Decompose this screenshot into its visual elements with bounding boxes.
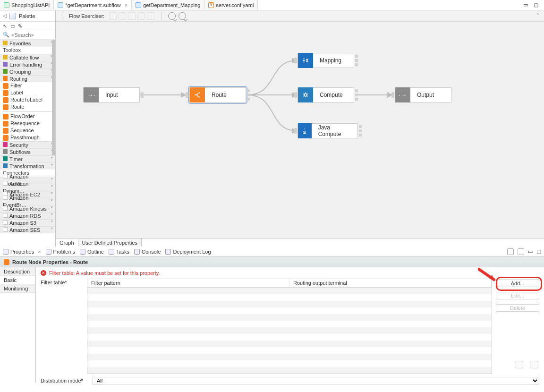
collapse-icon[interactable]: ˄ xyxy=(536,13,539,19)
view-deployment-log[interactable]: Deployment Log xyxy=(165,249,211,255)
tab-graph[interactable]: Graph xyxy=(56,239,78,247)
palette-cat-transformation[interactable]: Transformation˅ xyxy=(0,162,55,170)
stop-icon[interactable] xyxy=(147,12,154,20)
output-ports[interactable] xyxy=(355,89,358,101)
marquee-icon[interactable]: ▭ xyxy=(10,23,16,29)
node-input[interactable]: →· Input xyxy=(83,87,140,102)
table-row[interactable] xyxy=(87,301,492,307)
palette-header: ◁ Palette xyxy=(0,10,55,22)
add-button[interactable]: Add... xyxy=(496,280,539,287)
node-route[interactable]: Route xyxy=(189,87,246,102)
table-row[interactable] xyxy=(87,334,492,341)
zoom-in-icon[interactable] xyxy=(168,12,176,20)
minimize-icon[interactable]: ▭ xyxy=(528,248,533,255)
zoom-out-icon[interactable] xyxy=(178,12,186,20)
table-row[interactable] xyxy=(87,294,492,301)
view-properties[interactable]: Properties× xyxy=(3,249,41,255)
close-icon[interactable]: × xyxy=(38,249,41,255)
output-ports[interactable] xyxy=(355,55,358,66)
connector-amazon-ses[interactable]: Amazon SES˅ xyxy=(0,226,55,233)
table-row[interactable] xyxy=(87,354,492,360)
connector-amazon-dynamo[interactable]: Amazon Dynam…˅ xyxy=(0,184,55,191)
palette-cat-routing[interactable]: Routing˄ xyxy=(0,75,55,82)
palette-cat-timer[interactable]: Timer˅ xyxy=(0,155,55,162)
cat-label: Transformation xyxy=(9,163,44,169)
prop-tab-monitoring[interactable]: Monitoring xyxy=(0,284,35,293)
table-row[interactable] xyxy=(87,307,492,314)
tab-getdepartment-mapping[interactable]: getDepartment_Mapping xyxy=(132,0,204,10)
maximize-icon[interactable]: ▢ xyxy=(536,248,541,255)
note-icon[interactable]: ✎ xyxy=(18,23,24,29)
distribution-select[interactable]: All xyxy=(93,377,539,384)
tab-server-conf-yaml[interactable]: server.conf.yaml xyxy=(204,0,258,10)
palette-item-route[interactable]: Route xyxy=(0,103,55,111)
menu-icon[interactable] xyxy=(518,248,524,255)
palette-cat-subflows[interactable]: Subflows˅ xyxy=(0,148,55,155)
step-icon[interactable] xyxy=(128,12,136,20)
move-up-icon[interactable] xyxy=(515,361,523,368)
palette-item-passthrough[interactable]: Passthrough xyxy=(0,134,55,141)
minimize-icon[interactable]: ▭ xyxy=(523,2,530,9)
flow-canvas[interactable]: →· Input Route Mapping xyxy=(56,22,544,238)
view-outline[interactable]: Outline xyxy=(80,249,104,255)
node-output[interactable]: ·→ Output xyxy=(395,87,451,102)
palette-cat-callable-flow[interactable]: Callable flow˅ xyxy=(0,54,55,61)
connector-amazon-rds[interactable]: Amazon RDS˅ xyxy=(0,212,55,219)
output-ports[interactable] xyxy=(247,89,250,101)
pin-icon[interactable] xyxy=(507,248,514,255)
input-port[interactable] xyxy=(294,58,297,63)
palette-cat-security[interactable]: Security˅ xyxy=(0,141,55,148)
prop-tab-basic[interactable]: Basic xyxy=(0,276,35,284)
palette-scrollbar[interactable] xyxy=(52,40,55,155)
palette-item-routetolabel[interactable]: RouteToLabel xyxy=(0,96,55,103)
item-label: Label xyxy=(10,89,23,96)
output-port[interactable] xyxy=(141,92,144,98)
palette-cat-favorites[interactable]: Favorites ˅ xyxy=(0,40,55,47)
back-icon[interactable]: ◁ xyxy=(3,13,7,19)
view-console[interactable]: Console xyxy=(134,249,161,255)
node-mapping[interactable]: Mapping xyxy=(298,53,354,68)
palette-item-sequence[interactable]: Sequence xyxy=(0,127,55,134)
palette-item-resequence[interactable]: Resequence xyxy=(0,120,55,127)
palette-item-label[interactable]: Label xyxy=(0,89,55,96)
close-icon[interactable]: × xyxy=(125,2,128,8)
output-ports[interactable] xyxy=(359,125,362,136)
node-java-compute[interactable]: Java Compute xyxy=(298,123,358,138)
connector-amazon-eventbridge[interactable]: Amazon EventBr…˅ xyxy=(0,198,55,205)
table-row[interactable] xyxy=(87,347,492,354)
palette-item-filter[interactable]: Filter xyxy=(0,82,55,89)
tab-shoppinglistapi[interactable]: ShoppingListAPI xyxy=(0,0,54,10)
record-icon[interactable] xyxy=(109,12,117,20)
table-row[interactable] xyxy=(87,341,492,347)
grip-icon[interactable]: ⋮ xyxy=(60,10,64,21)
palette-cat-grouping[interactable]: Grouping˅ xyxy=(0,68,55,75)
connector-amazon-s3[interactable]: Amazon S3˅ xyxy=(0,219,55,226)
pointer-icon[interactable]: ↖ xyxy=(3,23,8,29)
filter-table[interactable]: Filter pattern Routing output terminal xyxy=(87,279,492,374)
input-port[interactable] xyxy=(391,92,394,98)
view-problems[interactable]: Problems xyxy=(46,249,75,255)
table-row[interactable] xyxy=(87,360,492,367)
input-port[interactable] xyxy=(294,128,297,134)
palette-cat-error-handling[interactable]: Error handling˅ xyxy=(0,61,55,68)
view-tasks[interactable]: Tasks xyxy=(109,249,129,255)
table-row[interactable] xyxy=(87,367,492,374)
maximize-icon[interactable]: ▢ xyxy=(534,2,540,9)
palette-search[interactable]: 🔍 <Search> xyxy=(0,30,55,40)
palette-item-floworder[interactable]: FlowOrder xyxy=(0,113,55,120)
clear-icon[interactable] xyxy=(137,12,145,20)
prop-tab-description[interactable]: Description xyxy=(0,267,35,276)
return-icon[interactable] xyxy=(119,12,126,20)
node-compute[interactable]: Compute xyxy=(298,87,354,102)
palette-icon xyxy=(9,13,16,19)
table-row[interactable] xyxy=(87,321,492,327)
input-port[interactable] xyxy=(186,92,188,98)
table-row[interactable] xyxy=(87,288,492,294)
tab-user-defined-props[interactable]: User Defined Properties xyxy=(78,239,142,247)
table-row[interactable] xyxy=(87,314,492,321)
move-down-icon[interactable] xyxy=(530,361,538,368)
cat-label: Grouping xyxy=(9,69,31,75)
input-port[interactable] xyxy=(294,92,297,98)
table-row[interactable] xyxy=(87,327,492,334)
tab-getdepartment-subflow[interactable]: *getDepartment.subflow × xyxy=(54,0,132,10)
